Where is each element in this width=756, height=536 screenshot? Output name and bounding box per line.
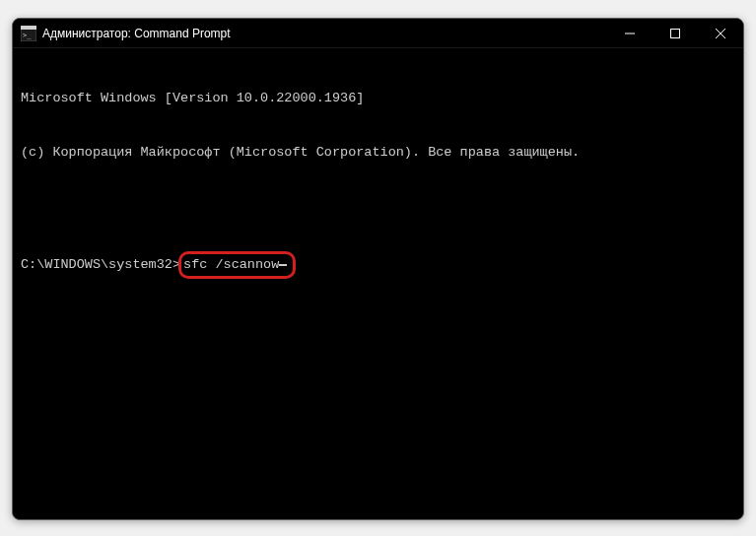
command-prompt-window: >_ Администратор: Command Prompt Microso… [12, 18, 744, 520]
cmd-icon: >_ [21, 26, 36, 41]
window-title: Администратор: Command Prompt [42, 27, 607, 40]
window-controls [607, 19, 743, 47]
text-cursor [279, 264, 287, 266]
minimize-button[interactable] [607, 19, 653, 48]
maximize-button[interactable] [653, 19, 698, 48]
svg-rect-4 [671, 30, 680, 38]
terminal-output[interactable]: Microsoft Windows [Version 10.0.22000.19… [13, 48, 743, 321]
prompt-line: C:\WINDOWS\system32>sfc /scannow [21, 251, 735, 279]
svg-text:>_: >_ [23, 32, 32, 39]
prompt-path: C:\WINDOWS\system32> [21, 256, 180, 274]
command-highlight: sfc /scannow [178, 251, 296, 279]
close-button[interactable] [698, 19, 743, 48]
version-line: Microsoft Windows [Version 10.0.22000.19… [21, 90, 735, 107]
svg-rect-1 [21, 26, 36, 30]
copyright-line: (c) Корпорация Майкрософт (Microsoft Cor… [21, 144, 735, 162]
titlebar[interactable]: >_ Администратор: Command Prompt [13, 19, 743, 48]
typed-command: sfc /scannow [183, 256, 279, 274]
